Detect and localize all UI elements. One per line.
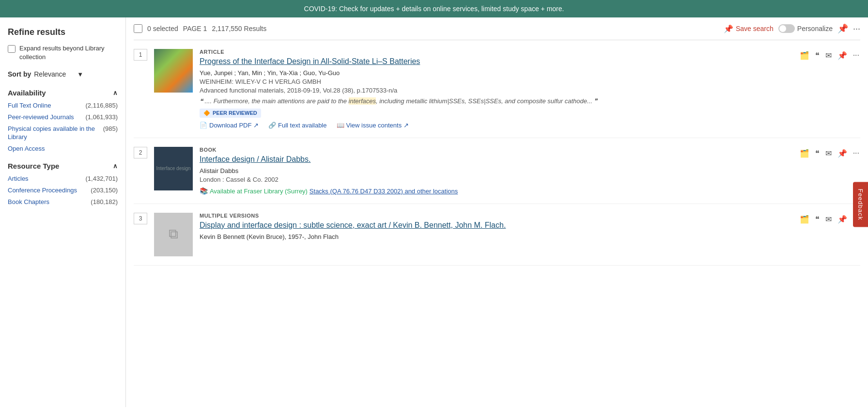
result-snippet-1: ❝ .... Furthermore, the main attentions … <box>200 97 792 106</box>
result-number-2: 2 <box>134 147 147 195</box>
available-text-2: Available at Fraser Library (Surrey) <box>210 188 308 195</box>
expand-label: Expand results beyond Library collection <box>19 44 118 62</box>
filter-item-physical-copies[interactable]: Physical copies available in the Library… <box>8 125 118 142</box>
sort-chevron-icon: ▼ <box>77 71 83 78</box>
result-body-3: MULTIPLE VERSIONS Display and interface … <box>200 213 792 256</box>
content-area: 0 selected PAGE 1 2,117,550 Results 📌 Sa… <box>126 17 868 407</box>
feedback-tab[interactable]: Feedback <box>853 182 868 227</box>
more-options-button[interactable]: ··· <box>853 24 860 34</box>
resource-type-items: Articles (1,432,701) Conference Proceedi… <box>8 175 118 206</box>
result-actions-1: 🗂️ ❝ ✉ 📌 ··· <box>799 49 860 129</box>
save-search-label: Save search <box>736 25 774 32</box>
download-pdf-link-1[interactable]: 📄 Download PDF ↗ <box>200 122 259 129</box>
result-body-1: ARTICLE Progress of the Interface Design… <box>200 49 792 129</box>
filter-label-peer-reviewed-journals: Peer-reviewed Journals <box>8 113 74 122</box>
filter-item-book-chapters[interactable]: Book Chapters (180,182) <box>8 198 118 206</box>
filter-count-physical-copies: (985) <box>103 125 118 132</box>
cite-button-2[interactable]: 🗂️ <box>799 148 810 159</box>
availability-section: Availability ∧ Full Text Online (2,116,8… <box>8 89 118 153</box>
filter-item-conference-proceedings[interactable]: Conference Proceedings (203,150) <box>8 187 118 195</box>
filter-label-physical-copies: Physical copies available in the Library <box>8 125 100 142</box>
filter-count-conference-proceedings: (203,150) <box>91 187 118 194</box>
pin-button-2[interactable]: 📌 <box>837 148 848 159</box>
email-button-1[interactable]: ✉ <box>824 50 833 61</box>
quote-button-1[interactable]: ❝ <box>814 50 821 61</box>
filter-count-book-chapters: (180,182) <box>91 198 118 205</box>
availability-title: Availability <box>8 89 46 97</box>
filter-count-peer-reviewed-journals: (1,061,933) <box>86 113 118 121</box>
result-title-3[interactable]: Display and interface design : subtle sc… <box>200 220 792 231</box>
link-icon: 🔗 <box>268 122 276 129</box>
book-icon: 📖 <box>337 122 344 129</box>
toolbar: 0 selected PAGE 1 2,117,550 Results 📌 Sa… <box>134 17 860 40</box>
pin-filled-icon: 📌 <box>724 24 733 33</box>
result-actions-2: 🗂️ ❝ ✉ 📌 ··· <box>799 147 860 195</box>
pin-button-1[interactable]: 📌 <box>837 50 848 61</box>
result-number-3: 3 <box>134 213 147 256</box>
result-publisher-1: WEINHEIM: WILEY-V C H VERLAG GMBH <box>200 78 792 85</box>
expand-checkbox[interactable] <box>8 45 16 53</box>
feedback-label: Feedback <box>857 189 864 220</box>
toggle-slider <box>778 24 795 33</box>
peer-reviewed-badge-1: 🔶 PEER REVIEWED <box>200 109 261 118</box>
filter-label-full-text: Full Text Online <box>8 102 51 110</box>
select-all-checkbox[interactable] <box>134 24 142 33</box>
sidebar-title: Refine results <box>8 27 118 37</box>
result-body-2: BOOK Interface design / Alistair Dabbs. … <box>200 147 792 195</box>
sort-select[interactable]: Relevance Date Author <box>34 70 74 78</box>
filter-label-conference-proceedings: Conference Proceedings <box>8 187 77 195</box>
result-actions-3: 🗂️ ❝ ✉ 📌 ··· <box>799 213 860 256</box>
quote-button-2[interactable]: ❝ <box>814 148 821 159</box>
result-item-2: 2 Interface design BOOK Interface design… <box>134 138 860 204</box>
result-title-1[interactable]: Progress of the Interface Design in All-… <box>200 57 792 67</box>
quote-button-3[interactable]: ❝ <box>814 214 821 225</box>
view-issue-link-1[interactable]: 📖 View issue contents ↗ <box>337 122 409 129</box>
availability-collapse-icon: ∧ <box>113 89 118 96</box>
result-authors-3: Kevin B Bennett (Kevin Bruce), 1957-, Jo… <box>200 233 792 240</box>
pin-button-3[interactable]: 📌 <box>837 214 848 225</box>
email-button-3[interactable]: ✉ <box>824 214 833 225</box>
more-button-2[interactable]: ··· <box>852 148 860 158</box>
resource-type-header[interactable]: Resource Type ∧ <box>8 162 118 170</box>
result-type-2: BOOK <box>200 147 792 153</box>
result-authors-1: Yue, Junpei ; Yan, Min ; Yin, Ya-Xia ; G… <box>200 69 792 77</box>
location-text-2[interactable]: Stacks (QA 76.76 D47 D33 2002) and other… <box>310 188 458 195</box>
personalize-label: Personalize <box>797 25 833 32</box>
resource-type-title: Resource Type <box>8 162 59 170</box>
filter-item-articles[interactable]: Articles (1,432,701) <box>8 175 118 183</box>
filter-label-articles: Articles <box>8 175 29 183</box>
availability-items: Full Text Online (2,116,885) Peer-review… <box>8 102 118 153</box>
result-title-2[interactable]: Interface design / Alistair Dabbs. <box>200 155 792 165</box>
filter-item-open-access[interactable]: Open Access <box>8 145 118 153</box>
filter-label-book-chapters: Book Chapters <box>8 198 49 206</box>
email-button-2[interactable]: ✉ <box>824 148 833 159</box>
filter-label-open-access: Open Access <box>8 145 45 153</box>
personalize-button[interactable]: Personalize <box>778 24 833 33</box>
peer-reviewed-label-1: PEER REVIEWED <box>213 110 257 116</box>
filter-count-articles: (1,432,701) <box>86 175 118 182</box>
availability-header[interactable]: Availability ∧ <box>8 89 118 97</box>
page-info: PAGE 1 <box>183 25 207 32</box>
toggle-icon <box>778 24 795 33</box>
result-item-3: 3 ⧉ MULTIPLE VERSIONS Display and interf… <box>134 204 860 266</box>
filter-item-peer-reviewed-journals[interactable]: Peer-reviewed Journals (1,061,933) <box>8 113 118 122</box>
sort-row: Sort by Relevance Date Author ▼ <box>8 70 118 78</box>
filter-item-full-text[interactable]: Full Text Online (2,116,885) <box>8 102 118 110</box>
resource-type-collapse-icon: ∧ <box>113 162 118 170</box>
cite-button-1[interactable]: 🗂️ <box>799 50 810 61</box>
pin-button[interactable]: 📌 <box>837 23 848 34</box>
filter-count-full-text: (2,116,885) <box>86 102 118 109</box>
peer-reviewed-icon: 🔶 <box>203 110 210 116</box>
full-text-link-1[interactable]: 🔗 Full text available <box>268 122 326 129</box>
top-banner: COVID-19: Check for updates + details on… <box>0 0 868 17</box>
sort-label: Sort by <box>8 70 31 78</box>
cite-button-3[interactable]: 🗂️ <box>799 214 810 225</box>
result-authors-2: Alistair Dabbs <box>200 167 792 174</box>
results-count: 2,117,550 Results <box>212 25 266 32</box>
more-button-1[interactable]: ··· <box>852 50 860 61</box>
availability-icon-2: 📚 <box>200 187 208 195</box>
save-search-button[interactable]: 📌 Save search <box>724 24 774 33</box>
result-thumb-3: ⧉ <box>154 213 193 256</box>
expand-option[interactable]: Expand results beyond Library collection <box>8 44 118 62</box>
sidebar: Refine results Expand results beyond Lib… <box>0 17 126 407</box>
